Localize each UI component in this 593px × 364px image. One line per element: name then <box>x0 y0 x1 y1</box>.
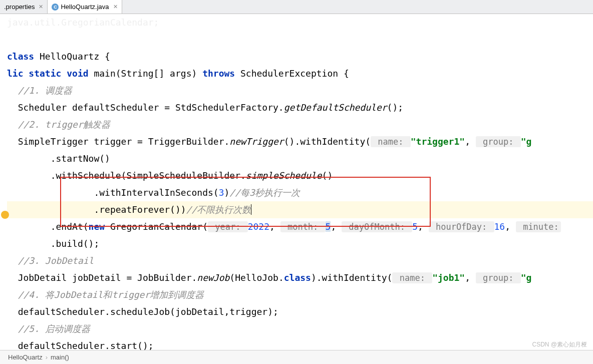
code-line: .build(); <box>7 235 593 252</box>
code-line <box>7 31 593 48</box>
tab-label: HelloQuartz.java <box>61 3 109 11</box>
code-line: JobDetail jobDetail = JobBuilder.newJob(… <box>7 269 593 286</box>
code-line-current: .repeatForever())//不限执行次数 <box>7 201 593 218</box>
param-hint-name: name: <box>392 272 432 283</box>
code-line: //2. trigger触发器 <box>7 116 593 133</box>
code-line: class HelloQuartz { <box>7 48 593 65</box>
watermark: CSDN @素心如月桠 <box>532 340 587 349</box>
code-line: java.util.GregorianCalendar; <box>7 14 593 31</box>
close-icon[interactable]: ✕ <box>113 4 118 10</box>
chevron-right-icon: › <box>46 353 48 361</box>
code-line: SimpleTrigger trigger = TriggerBuilder.n… <box>7 133 593 150</box>
close-icon[interactable]: ✕ <box>39 4 43 10</box>
code-line: .withSchedule(SimpleScheduleBuilder.simp… <box>7 167 593 184</box>
tab-bar: .properties ✕ C HelloQuartz.java ✕ <box>0 0 593 14</box>
param-hint-year: year: <box>208 221 248 232</box>
code-line: //5. 启动调度器 <box>7 320 593 337</box>
tab-helloquartz[interactable]: C HelloQuartz.java ✕ <box>48 0 122 14</box>
param-hint-hour: hourOfDay: <box>429 221 494 232</box>
breadcrumb-item[interactable]: main() <box>51 353 69 361</box>
code-line: //3. JobDetail <box>7 252 593 269</box>
tab-label: .properties <box>4 3 35 11</box>
param-hint-group: group: <box>476 136 521 147</box>
breadcrumb-item[interactable]: HelloQuartz <box>8 353 43 361</box>
code-line: lic static void main(String[] args) thro… <box>7 65 593 82</box>
intention-bulb-icon[interactable] <box>1 211 9 219</box>
code-line: //1. 调度器 <box>7 82 593 99</box>
code-line: defaultScheduler.scheduleJob(jobDetail,t… <box>7 303 593 320</box>
breadcrumb[interactable]: HelloQuartz › main() <box>0 350 593 364</box>
code-line: defaultScheduler.start(); <box>7 337 593 350</box>
tab-properties[interactable]: .properties ✕ <box>0 0 48 14</box>
param-hint-name: name: <box>371 136 411 147</box>
param-hint-minute: minute: <box>516 221 561 232</box>
code-line: .endAt(new GregorianCalendar( year: 2022… <box>7 218 593 235</box>
param-hint-day: dayOfMonth: <box>342 221 412 232</box>
code-editor[interactable]: java.util.GregorianCalendar; class Hello… <box>0 14 593 350</box>
code-line: //4. 将JobDetail和trigger增加到调度器 <box>7 286 593 303</box>
param-hint-group: group: <box>476 272 521 283</box>
code-line: Scheduler defaultScheduler = StdSchedule… <box>7 99 593 116</box>
java-class-icon: C <box>52 4 59 11</box>
code-line: .startNow() <box>7 150 593 167</box>
param-hint-month: month: <box>280 221 326 232</box>
code-line: .withIntervalInSeconds(3)//每3秒执行一次 <box>7 184 593 201</box>
